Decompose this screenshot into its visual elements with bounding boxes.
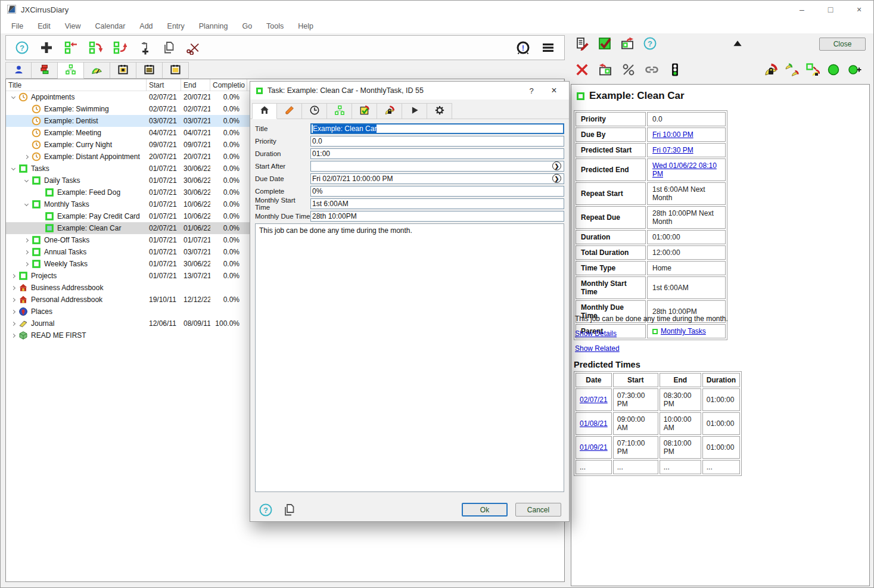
view-tab-calendar-week[interactable] bbox=[136, 62, 163, 79]
menu-item-entry[interactable]: Entry bbox=[160, 22, 192, 30]
dialog-tab-gear[interactable] bbox=[427, 103, 452, 119]
add-icon[interactable] bbox=[39, 40, 54, 55]
entry-redo-icon[interactable] bbox=[88, 40, 103, 55]
pt-date-link[interactable]: 02/07/21 bbox=[580, 396, 608, 404]
alarm-icon[interactable]: ! bbox=[515, 40, 531, 55]
show-details-link[interactable]: Show Details bbox=[575, 329, 617, 338]
convert-icon[interactable] bbox=[620, 36, 635, 51]
detail-value-link[interactable]: Fri 10:00 PM bbox=[652, 130, 693, 139]
minimize-button[interactable]: – bbox=[788, 1, 816, 18]
detail-row: Time TypeHome bbox=[576, 261, 726, 275]
eject-icon[interactable] bbox=[731, 38, 744, 51]
complete-input[interactable]: 0% bbox=[310, 186, 564, 197]
detail-value-link[interactable]: Monthly Tasks bbox=[661, 327, 706, 335]
expander-expanded-icon[interactable] bbox=[8, 168, 18, 170]
priority-input[interactable]: 0.0 bbox=[310, 136, 564, 147]
percent-icon[interactable] bbox=[621, 62, 636, 77]
circle-add-icon[interactable] bbox=[847, 62, 862, 77]
maximize-button[interactable]: □ bbox=[816, 1, 845, 18]
expander-collapsed-icon[interactable] bbox=[8, 298, 18, 301]
expand-arrow-button[interactable]: ❯ bbox=[552, 174, 561, 183]
column-header-end[interactable]: End bbox=[181, 79, 210, 91]
column-header-completio[interactable]: Completio bbox=[210, 79, 247, 91]
expander-collapsed-icon[interactable] bbox=[21, 155, 32, 158]
description-textarea[interactable] bbox=[255, 223, 564, 492]
detail-value-link[interactable]: Wed 01/06/22 08:10 PM bbox=[652, 161, 717, 178]
traffic-light-icon[interactable] bbox=[667, 62, 683, 77]
close-window-button[interactable]: × bbox=[845, 1, 873, 18]
dialog-tab-clock[interactable] bbox=[302, 103, 327, 119]
column-header-title[interactable]: Title bbox=[6, 79, 147, 91]
expander-collapsed-icon[interactable] bbox=[8, 287, 18, 290]
task-gauge-icon[interactable] bbox=[805, 62, 820, 77]
circle-icon[interactable] bbox=[826, 62, 841, 77]
expander-collapsed-icon[interactable] bbox=[8, 334, 18, 337]
pt-date-link[interactable]: 01/09/21 bbox=[580, 443, 608, 452]
column-header-start[interactable]: Start bbox=[147, 79, 181, 91]
monthly-start-time-input[interactable]: 1st 6:00AM bbox=[310, 198, 564, 209]
dialog-close-button[interactable]: × bbox=[545, 85, 563, 96]
view-tab-tree[interactable] bbox=[58, 62, 84, 79]
dialog-tab-home[interactable] bbox=[252, 103, 277, 119]
view-tab-calendar-month[interactable] bbox=[163, 62, 189, 79]
help-icon[interactable]: ? bbox=[642, 36, 658, 51]
expander-expanded-icon[interactable] bbox=[21, 180, 32, 182]
expander-collapsed-icon[interactable] bbox=[21, 263, 32, 266]
ok-button[interactable]: Ok bbox=[462, 503, 508, 517]
menu-item-edit[interactable]: Edit bbox=[30, 22, 58, 30]
close-panel-button[interactable]: Close bbox=[819, 38, 866, 51]
entry-move-icon[interactable] bbox=[63, 40, 79, 55]
edit-entry-icon[interactable] bbox=[574, 36, 590, 51]
menu-item-file[interactable]: File bbox=[4, 22, 30, 30]
delete-icon[interactable] bbox=[574, 62, 590, 77]
title-input[interactable]: Example: Clean Car bbox=[310, 123, 564, 134]
menu-item-help[interactable]: Help bbox=[291, 22, 321, 30]
detail-value-link[interactable]: Fri 07:30 PM bbox=[652, 146, 693, 154]
dialog-tab-tag[interactable] bbox=[277, 103, 302, 119]
entry-undo-icon[interactable] bbox=[112, 40, 127, 55]
complete-check-icon[interactable] bbox=[597, 36, 612, 51]
expander-collapsed-icon[interactable] bbox=[8, 310, 18, 313]
menu-item-calendar[interactable]: Calendar bbox=[88, 22, 133, 30]
expander-collapsed-icon[interactable] bbox=[21, 251, 32, 254]
dialog-tab-tree[interactable] bbox=[327, 103, 352, 119]
expander-collapsed-icon[interactable] bbox=[8, 275, 18, 278]
menu-item-add[interactable]: Add bbox=[132, 22, 160, 30]
dialog-tab-play[interactable] bbox=[402, 103, 427, 119]
show-related-link[interactable]: Show Related bbox=[575, 344, 620, 353]
start-after-input[interactable]: ❯ bbox=[310, 161, 564, 172]
due-date-input[interactable]: Fri 02/07/21 10:00:00 PM❯ bbox=[310, 173, 564, 184]
menu-icon[interactable] bbox=[540, 40, 556, 55]
expander-expanded-icon[interactable] bbox=[21, 204, 32, 206]
view-tab-gauge[interactable] bbox=[84, 62, 110, 79]
menu-item-tools[interactable]: Tools bbox=[259, 22, 291, 30]
help-icon[interactable]: ? bbox=[258, 502, 273, 518]
expand-arrow-button[interactable]: ❯ bbox=[552, 161, 561, 170]
expander-expanded-icon[interactable] bbox=[8, 97, 18, 98]
menu-item-planning[interactable]: Planning bbox=[192, 22, 235, 30]
link-icon[interactable] bbox=[644, 62, 660, 77]
gauge-lock-icon[interactable] bbox=[763, 62, 779, 77]
view-tab-entries[interactable] bbox=[32, 62, 58, 79]
copy-icon[interactable] bbox=[281, 502, 297, 518]
duration-input[interactable]: 01:00 bbox=[310, 148, 564, 159]
monthly-due-time-input[interactable]: 28th 10:00PM bbox=[310, 211, 564, 222]
view-tab-contacts[interactable] bbox=[5, 62, 32, 79]
expander-collapsed-icon[interactable] bbox=[8, 322, 18, 325]
expander-collapsed-icon[interactable] bbox=[21, 239, 32, 242]
dialog-tab-calendar-check[interactable] bbox=[352, 103, 377, 119]
dialog-tab-gauge-lock[interactable] bbox=[377, 103, 402, 119]
gauge-pair-icon[interactable] bbox=[784, 62, 800, 77]
convert-back-icon[interactable] bbox=[598, 62, 613, 77]
menu-item-go[interactable]: Go bbox=[235, 22, 259, 30]
cut-icon[interactable] bbox=[185, 40, 201, 55]
cancel-button[interactable]: Cancel bbox=[515, 503, 561, 517]
pt-column-header: End bbox=[660, 373, 701, 387]
help-icon[interactable]: ? bbox=[14, 40, 30, 55]
view-tab-calendar-day[interactable] bbox=[110, 62, 136, 79]
pt-date-link[interactable]: 01/08/21 bbox=[580, 419, 608, 428]
copy-icon[interactable] bbox=[161, 40, 176, 55]
dialog-help-button[interactable]: ? bbox=[522, 86, 540, 95]
paste-new-icon[interactable] bbox=[136, 40, 152, 55]
menu-item-view[interactable]: View bbox=[58, 22, 88, 30]
